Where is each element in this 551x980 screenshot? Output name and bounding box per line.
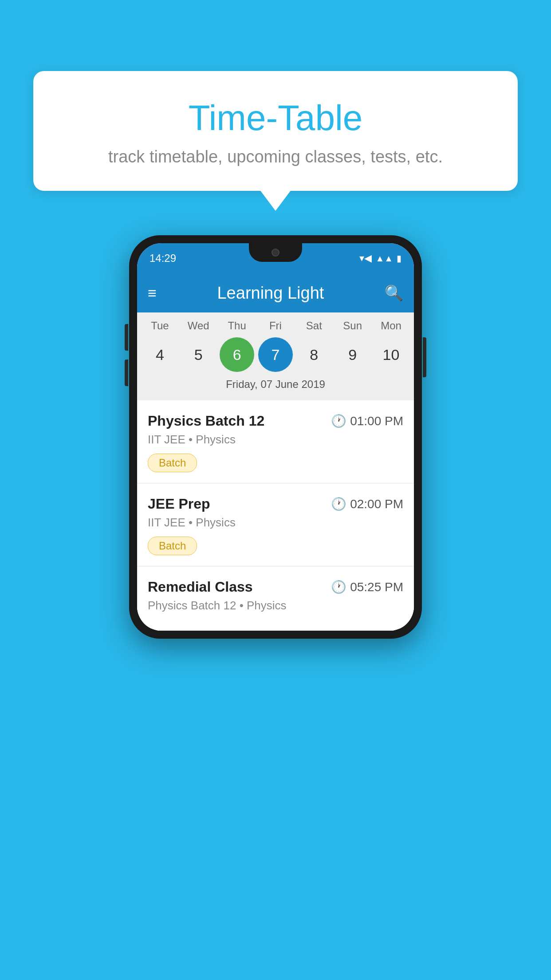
schedule-item-header-1: Physics Batch 12 🕐 01:00 PM	[148, 413, 403, 429]
day-header-tue: Tue	[142, 320, 177, 332]
speech-bubble: Time-Table track timetable, upcoming cla…	[33, 71, 518, 191]
search-icon[interactable]: 🔍	[385, 284, 403, 302]
bubble-title: Time-Table	[55, 98, 496, 138]
status-time: 14:29	[150, 252, 176, 265]
clock-icon-3: 🕐	[331, 580, 346, 594]
day-header-mon: Mon	[374, 320, 408, 332]
schedule-item-1[interactable]: Physics Batch 12 🕐 01:00 PM IIT JEE • Ph…	[137, 400, 414, 483]
schedule-item-header-2: JEE Prep 🕐 02:00 PM	[148, 496, 403, 512]
clock-icon-1: 🕐	[331, 414, 346, 428]
hamburger-menu-icon[interactable]: ≡	[148, 285, 157, 300]
day-9[interactable]: 9	[335, 337, 370, 372]
calendar-section: Tue Wed Thu Fri Sat Sun Mon 4 5 6 7 8 9 …	[137, 312, 414, 400]
class-meta-3: Physics Batch 12 • Physics	[148, 599, 403, 612]
schedule-item-header-3: Remedial Class 🕐 05:25 PM	[148, 579, 403, 595]
class-meta-1: IIT JEE • Physics	[148, 433, 403, 447]
volume-up-button	[125, 324, 128, 351]
day-header-fri: Fri	[258, 320, 293, 332]
phone-mockup: 14:29 ▾◀ ▲▲ ▮ ≡ Learning Light 🔍 Tu	[129, 235, 422, 639]
day-header-wed: Wed	[181, 320, 216, 332]
battery-icon: ▮	[397, 253, 401, 264]
schedule-item-2[interactable]: JEE Prep 🕐 02:00 PM IIT JEE • Physics Ba…	[137, 483, 414, 566]
wifi-icon: ▾◀	[359, 253, 372, 264]
selected-date-label: Friday, 07 June 2019	[137, 375, 414, 397]
day-5[interactable]: 5	[181, 337, 216, 372]
class-time-3: 🕐 05:25 PM	[331, 580, 403, 594]
app-bar: ≡ Learning Light 🔍	[137, 273, 414, 312]
class-name-1: Physics Batch 12	[148, 413, 264, 429]
camera	[272, 249, 279, 257]
class-time-2: 🕐 02:00 PM	[331, 497, 403, 511]
status-bar: 14:29 ▾◀ ▲▲ ▮	[137, 243, 414, 273]
class-time-1: 🕐 01:00 PM	[331, 414, 403, 428]
phone-container: 14:29 ▾◀ ▲▲ ▮ ≡ Learning Light 🔍 Tu	[35, 235, 516, 980]
class-name-2: JEE Prep	[148, 496, 210, 512]
day-header-sat: Sat	[297, 320, 331, 332]
day-header-sun: Sun	[335, 320, 370, 332]
class-meta-2: IIT JEE • Physics	[148, 516, 403, 530]
batch-badge-1: Batch	[148, 454, 197, 472]
schedule-list: Physics Batch 12 🕐 01:00 PM IIT JEE • Ph…	[137, 400, 414, 631]
schedule-item-3[interactable]: Remedial Class 🕐 05:25 PM Physics Batch …	[137, 566, 414, 631]
day-10[interactable]: 10	[374, 337, 408, 372]
volume-down-button	[125, 360, 128, 386]
day-header-thu: Thu	[220, 320, 254, 332]
phone-screen: 14:29 ▾◀ ▲▲ ▮ ≡ Learning Light 🔍 Tu	[137, 243, 414, 631]
class-name-3: Remedial Class	[148, 579, 253, 595]
notch	[249, 243, 302, 262]
day-6-today[interactable]: 6	[220, 337, 254, 372]
day-4[interactable]: 4	[142, 337, 177, 372]
day-8[interactable]: 8	[297, 337, 331, 372]
batch-badge-2: Batch	[148, 537, 197, 555]
power-button	[423, 337, 426, 377]
day-numbers: 4 5 6 7 8 9 10	[137, 336, 414, 375]
signal-icon: ▲▲	[375, 253, 393, 264]
app-title: Learning Light	[165, 284, 376, 303]
status-icons: ▾◀ ▲▲ ▮	[359, 253, 401, 264]
day-7-selected[interactable]: 7	[258, 337, 293, 372]
clock-icon-2: 🕐	[331, 497, 346, 511]
day-headers: Tue Wed Thu Fri Sat Sun Mon	[137, 320, 414, 336]
bubble-subtitle: track timetable, upcoming classes, tests…	[55, 147, 496, 166]
